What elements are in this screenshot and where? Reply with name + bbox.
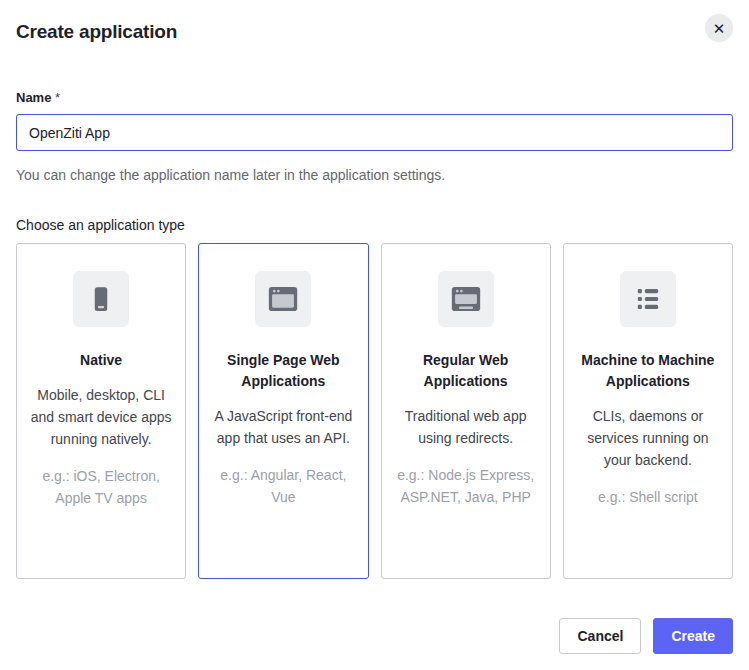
card-description: Mobile, desktop, CLI and smart device ap… — [29, 384, 173, 450]
application-type-section: Choose an application type Native Mobile… — [16, 184, 733, 579]
card-example: e.g.: Shell script — [598, 486, 698, 508]
card-single-page-web-applications[interactable]: Single Page Web Applications A JavaScrip… — [198, 243, 368, 579]
create-application-modal: Create application ✕ Name * You can chan… — [0, 0, 749, 670]
card-regular-web-applications[interactable]: Regular Web Applications Traditional web… — [381, 243, 551, 579]
name-input[interactable] — [16, 114, 733, 151]
modal-footer: Cancel Create — [16, 618, 733, 654]
application-type-cards: Native Mobile, desktop, CLI and smart de… — [16, 243, 733, 579]
card-title: Regular Web Applications — [394, 350, 538, 392]
server-icon — [438, 271, 494, 327]
name-helper-text: You can change the application name late… — [16, 166, 733, 184]
card-title: Single Page Web Applications — [211, 350, 355, 392]
name-section: Name * You can change the application na… — [16, 90, 733, 184]
type-section-label: Choose an application type — [16, 217, 733, 233]
name-label: Name * — [16, 90, 733, 105]
close-button[interactable]: ✕ — [705, 14, 733, 42]
card-example: e.g.: Node.js Express, ASP.NET, Java, PH… — [394, 464, 538, 508]
name-label-text: Name — [16, 90, 51, 105]
required-asterisk: * — [55, 90, 60, 105]
cancel-button[interactable]: Cancel — [559, 618, 641, 654]
close-icon: ✕ — [713, 21, 726, 36]
card-example: e.g.: Angular, React, Vue — [211, 464, 355, 508]
card-description: Traditional web app using redirects. — [394, 405, 538, 449]
card-description: A JavaScript front-end app that uses an … — [211, 405, 355, 449]
modal-header: Create application ✕ — [16, 14, 733, 43]
card-description: CLIs, daemons or services running on you… — [576, 405, 720, 471]
card-native[interactable]: Native Mobile, desktop, CLI and smart de… — [16, 243, 186, 579]
page-title: Create application — [16, 21, 177, 43]
mobile-icon — [73, 271, 129, 327]
card-machine-to-machine-applications[interactable]: Machine to Machine Applications CLIs, da… — [563, 243, 733, 579]
create-button[interactable]: Create — [653, 618, 733, 654]
card-title: Machine to Machine Applications — [576, 350, 720, 392]
card-example: e.g.: iOS, Electron, Apple TV apps — [29, 465, 173, 509]
card-title: Native — [80, 350, 122, 371]
list-icon — [620, 271, 676, 327]
browser-icon — [255, 271, 311, 327]
